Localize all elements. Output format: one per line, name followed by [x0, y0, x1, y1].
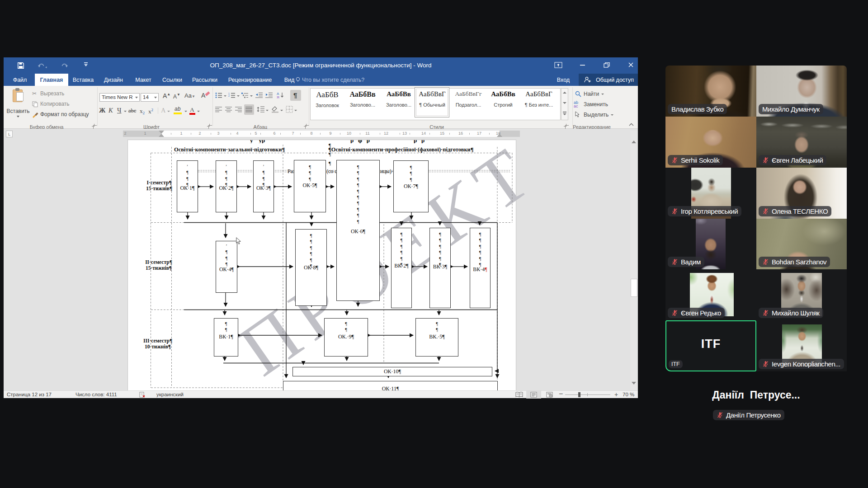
svg-text:Я: Я [277, 95, 279, 99]
svg-text:2: 2 [228, 94, 230, 97]
